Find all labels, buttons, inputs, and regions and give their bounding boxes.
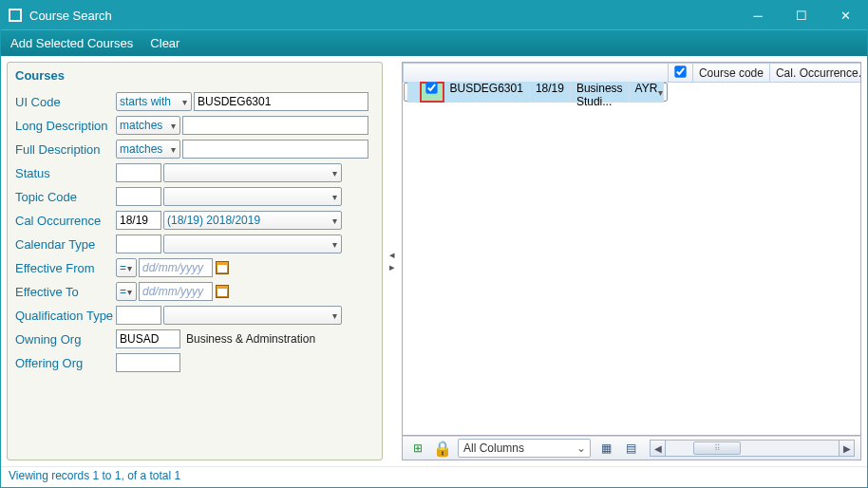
export-icon[interactable]: ⊞ (408, 439, 427, 458)
row-eff-from: Effective From = (15, 256, 374, 279)
full-desc-input[interactable] (182, 140, 368, 159)
lock-icon: 🔒 (433, 440, 452, 458)
row-status: Status (15, 161, 374, 184)
th-course-code[interactable]: Course code (692, 64, 769, 83)
label-cal-occ: Cal Occurrence (15, 214, 116, 228)
row-ui-code: UI Code starts with (15, 90, 374, 113)
cell-long-desc: Business Studi... (571, 82, 630, 103)
row-topic: Topic Code (15, 185, 374, 208)
label-qual-type: Qualification Type (15, 309, 116, 323)
header-checkbox[interactable] (674, 66, 686, 77)
app-icon (9, 9, 22, 22)
label-status: Status (15, 166, 116, 180)
long-desc-input[interactable] (182, 116, 368, 135)
splitter-handle[interactable]: ◂▸ (387, 62, 398, 460)
results-panel: Course code Cal. Occurrence... Long Desc… (402, 62, 861, 460)
off-org-input[interactable] (116, 353, 180, 372)
panel-title: Courses (15, 68, 374, 83)
close-button[interactable]: ✕ (823, 1, 867, 29)
row-long-desc: Long Description matches (15, 114, 374, 137)
calendar-icon[interactable] (216, 261, 229, 274)
eff-to-operator[interactable]: = (116, 282, 137, 301)
label-off-org: Offering Org (15, 356, 116, 370)
row-eff-to: Effective To = (15, 280, 374, 303)
row-checkbox-cell[interactable] (420, 82, 444, 103)
status-bar: Viewing records 1 to 1, of a total 1 (1, 466, 867, 487)
eff-from-operator[interactable]: = (116, 258, 137, 277)
status-select[interactable] (163, 163, 342, 182)
label-ui-code: UI Code (15, 95, 116, 109)
label-long-desc: Long Description (15, 119, 116, 133)
cell-cal-type: AYR (630, 82, 665, 103)
ui-code-input[interactable] (194, 92, 368, 111)
topic-select[interactable] (163, 187, 342, 206)
cell-cal-occurrence: 18/19 (530, 82, 571, 103)
grid-toolbar: ⊞ 🔒 All Columns ▦ ▤ ◀ ⠿ ▶ (402, 436, 861, 460)
status-code-input[interactable] (116, 163, 161, 182)
own-org-display: Business & Adminstration (186, 332, 315, 346)
qual-type-select[interactable] (163, 306, 342, 325)
row-indicator (407, 82, 420, 103)
th-cal-occurrence[interactable]: Cal. Occurrence... (769, 64, 861, 83)
topic-code-input[interactable] (116, 187, 161, 206)
row-off-org: Offering Org (15, 351, 374, 374)
table-row[interactable]: BUSDEG6301 18/19 Business Studi... AYR (404, 83, 669, 102)
scrollbar-thumb[interactable]: ⠿ (693, 441, 741, 455)
label-eff-from: Effective From (15, 261, 116, 275)
search-panel: Courses UI Code starts with Long Descrip… (7, 62, 383, 460)
row-cal-type: Calendar Type (15, 233, 374, 255)
filter-scope-dropdown[interactable]: All Columns (458, 439, 591, 458)
cal-type-code-input[interactable] (116, 235, 161, 253)
status-text: Viewing records 1 to 1, of a total 1 (9, 469, 180, 482)
long-desc-operator[interactable]: matches (116, 116, 180, 135)
menu-clear[interactable]: Clear (150, 36, 179, 50)
label-cal-type: Calendar Type (15, 237, 116, 252)
maximize-button[interactable]: ☐ (780, 1, 823, 29)
window-title: Course Search (29, 9, 112, 23)
cal-occ-code-input[interactable] (116, 211, 161, 230)
row-full-desc: Full Description matches (15, 138, 374, 160)
ui-code-operator[interactable]: starts with (116, 92, 192, 111)
menu-add-selected[interactable]: Add Selected Courses (10, 36, 133, 50)
horizontal-scrollbar[interactable]: ◀ ⠿ ▶ (650, 440, 855, 457)
window-controls: ─ ☐ ✕ (736, 1, 867, 29)
eff-to-input[interactable] (139, 282, 213, 301)
grid-action-2-icon[interactable]: ▤ (621, 439, 640, 458)
minimize-button[interactable]: ─ (736, 1, 780, 29)
main-content: Courses UI Code starts with Long Descrip… (1, 56, 867, 466)
results-table: Course code Cal. Occurrence... Long Desc… (403, 63, 861, 102)
table-header: Course code Cal. Occurrence... Long Desc… (404, 64, 862, 83)
cal-occ-select[interactable]: (18/19) 2018/2019 (163, 211, 342, 230)
label-eff-to: Effective To (15, 285, 116, 299)
cal-type-select[interactable] (163, 235, 342, 253)
own-org-input[interactable] (116, 329, 180, 348)
results-grid: Course code Cal. Occurrence... Long Desc… (402, 62, 861, 436)
full-desc-operator[interactable]: matches (116, 140, 180, 159)
label-own-org: Owning Org (15, 332, 116, 347)
row-own-org: Owning Org Business & Adminstration (15, 328, 374, 350)
label-full-desc: Full Description (15, 142, 116, 157)
label-topic: Topic Code (15, 190, 116, 204)
title-bar: Course Search ─ ☐ ✕ (1, 1, 867, 29)
grid-action-1-icon[interactable]: ▦ (596, 439, 615, 458)
row-cal-occ: Cal Occurrence (18/19) 2018/2019 (15, 209, 374, 232)
qual-type-code-input[interactable] (116, 306, 161, 325)
calendar-icon[interactable] (216, 285, 229, 298)
scroll-right-arrow-icon[interactable]: ▶ (839, 441, 854, 456)
menu-bar: Add Selected Courses Clear (1, 29, 867, 56)
row-checkbox[interactable] (425, 82, 437, 93)
th-blank[interactable] (404, 64, 669, 83)
eff-from-input[interactable] (139, 258, 213, 277)
th-check[interactable] (668, 64, 692, 83)
cell-course-code: BUSDEG6301 (444, 82, 530, 103)
row-qual-type: Qualification Type (15, 304, 374, 327)
scroll-left-arrow-icon[interactable]: ◀ (651, 441, 666, 456)
